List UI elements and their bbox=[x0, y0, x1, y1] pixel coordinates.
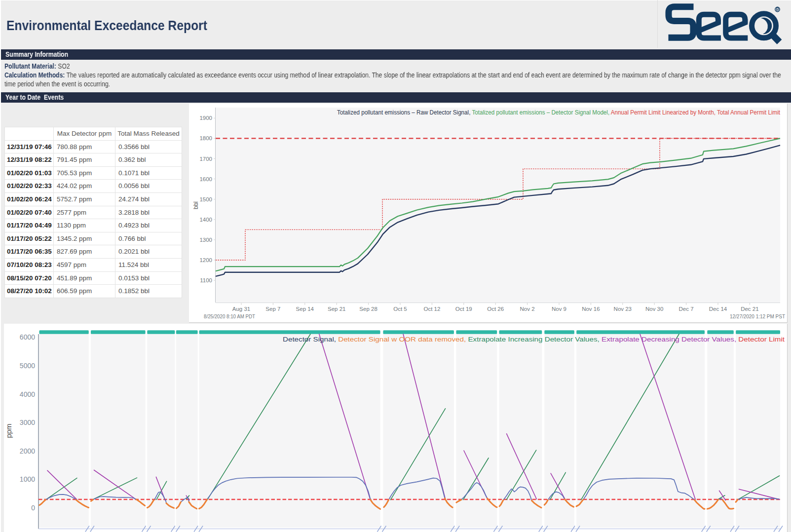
svg-text:1100: 1100 bbox=[200, 277, 212, 283]
svg-text:Nov 23: Nov 23 bbox=[614, 306, 632, 312]
svg-text:Sep 21: Sep 21 bbox=[328, 306, 345, 312]
svg-text:Dec 14: Dec 14 bbox=[709, 306, 727, 312]
svg-text:2000: 2000 bbox=[20, 447, 35, 455]
svg-text:ppm: ppm bbox=[4, 423, 13, 438]
svg-text:5000: 5000 bbox=[20, 362, 35, 370]
svg-text:Totalized pollutant emissions: Totalized pollutant emissions – Raw Dete… bbox=[337, 109, 780, 116]
svg-text:4000: 4000 bbox=[20, 390, 35, 398]
svg-text:Nov 2: Nov 2 bbox=[520, 306, 535, 312]
svg-text:Sep 14: Sep 14 bbox=[296, 306, 314, 312]
svg-text:1500: 1500 bbox=[199, 196, 212, 202]
svg-text:1000: 1000 bbox=[20, 475, 35, 483]
svg-text:Nov 16: Nov 16 bbox=[582, 306, 600, 312]
svg-text:Nov 30: Nov 30 bbox=[645, 306, 663, 312]
svg-text:0: 0 bbox=[31, 504, 35, 512]
svg-text:1200: 1200 bbox=[199, 257, 212, 263]
svg-text:Oct 5: Oct 5 bbox=[393, 306, 407, 312]
svg-text:6000: 6000 bbox=[20, 333, 35, 341]
svg-text:bbl: bbl bbox=[192, 201, 199, 209]
svg-text:Nov 9: Nov 9 bbox=[552, 306, 566, 312]
svg-text:1800: 1800 bbox=[199, 135, 212, 141]
svg-text:Aug 31: Aug 31 bbox=[232, 306, 250, 312]
svg-text:Dec 7: Dec 7 bbox=[679, 306, 694, 312]
svg-text:8/25/2020 8:10 AM PDT: 8/25/2020 8:10 AM PDT bbox=[204, 313, 255, 319]
svg-text:1300: 1300 bbox=[199, 237, 212, 243]
svg-text:1900: 1900 bbox=[199, 115, 212, 121]
svg-text:3000: 3000 bbox=[20, 418, 35, 426]
svg-text:Detector Signal, Detector Sign: Detector Signal, Detector Signal w OOR d… bbox=[283, 336, 785, 343]
svg-text:Oct 12: Oct 12 bbox=[423, 306, 440, 312]
svg-text:1700: 1700 bbox=[199, 156, 212, 162]
svg-text:Dec 21: Dec 21 bbox=[741, 306, 758, 312]
svg-text:Sep 7: Sep 7 bbox=[265, 306, 280, 312]
svg-text:12/27/2020 1:12 PM PST: 12/27/2020 1:12 PM PST bbox=[730, 313, 785, 319]
svg-text:Sep 28: Sep 28 bbox=[359, 306, 377, 312]
svg-text:Oct 26: Oct 26 bbox=[487, 306, 504, 312]
svg-text:Oct 19: Oct 19 bbox=[455, 306, 472, 312]
svg-text:1400: 1400 bbox=[199, 217, 212, 223]
svg-text:1600: 1600 bbox=[199, 176, 212, 182]
